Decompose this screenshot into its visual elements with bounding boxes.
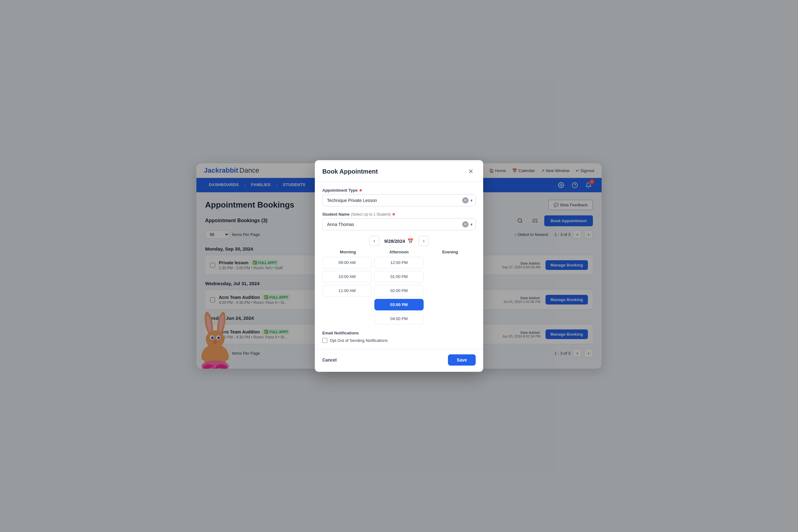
close-icon: ✕ <box>468 168 474 175</box>
appointment-type-label: Appointment Type ★ <box>322 188 476 193</box>
time-slot-0400[interactable]: 04:00 PM <box>374 313 424 324</box>
opt-out-label: Opt Out of Sending Notifications <box>330 338 388 343</box>
book-appointment-modal: Book Appointment ✕ Appointment Type ★ Te… <box>315 160 483 372</box>
evening-header: Evening <box>424 250 476 254</box>
modal-header: Book Appointment ✕ <box>315 160 483 182</box>
opt-out-row: Opt Out of Sending Notifications <box>322 338 476 343</box>
appointment-type-select[interactable]: Technique Private Lesson <box>322 194 476 206</box>
email-notifications-section: Email Notifications Opt Out of Sending N… <box>322 331 476 343</box>
calendar-icon[interactable]: 📅 <box>407 238 414 244</box>
evening-empty-2 <box>426 271 476 282</box>
time-slot-0900[interactable]: 09:00 AM <box>322 257 372 268</box>
save-button[interactable]: Save <box>448 354 476 365</box>
required-star-2: ★ <box>392 212 396 216</box>
chevron-down-icon[interactable]: ▾ <box>470 198 473 203</box>
prev-date-button[interactable]: ‹ <box>369 236 379 246</box>
modal-body: Appointment Type ★ Technique Private Les… <box>315 182 483 349</box>
evening-empty-1 <box>426 257 476 268</box>
student-select-icons: ✕ ▾ <box>462 221 473 228</box>
morning-header: Morning <box>322 250 374 254</box>
modal-footer: Cancel Save <box>315 349 483 372</box>
evening-empty-4 <box>426 299 476 310</box>
student-name-wrapper: Anna Thomas ✕ ▾ <box>322 218 476 230</box>
time-slot-1200[interactable]: 12:00 PM <box>374 257 424 268</box>
evening-empty-5 <box>426 313 476 324</box>
evening-empty-3 <box>426 285 476 297</box>
time-slots-header: Morning Afternoon Evening <box>322 250 476 254</box>
modal-close-button[interactable]: ✕ <box>466 167 476 176</box>
date-display: 9/28/2024 📅 <box>384 238 414 244</box>
morning-empty-4 <box>322 299 372 310</box>
time-slots-grid: 09:00 AM 12:00 PM 10:00 AM 01:00 PM 11:0… <box>322 257 476 324</box>
appointment-type-wrapper: Technique Private Lesson ✕ ▾ <box>322 194 476 206</box>
time-slot-0300[interactable]: 03:00 PM <box>374 299 424 310</box>
time-slot-1100[interactable]: 11:00 AM <box>322 285 372 297</box>
required-star: ★ <box>359 188 363 193</box>
time-slot-0100[interactable]: 01:00 PM <box>374 271 424 282</box>
afternoon-header: Afternoon <box>374 250 424 254</box>
student-name-select[interactable]: Anna Thomas <box>322 218 476 230</box>
date-text: 9/28/2024 <box>384 239 405 244</box>
student-chevron-down-icon[interactable]: ▾ <box>470 222 473 227</box>
email-notifications-label: Email Notifications <box>322 331 476 335</box>
morning-empty-5 <box>322 313 372 324</box>
student-clear-icon[interactable]: ✕ <box>462 221 469 228</box>
cancel-button[interactable]: Cancel <box>322 358 337 362</box>
time-slot-1000[interactable]: 10:00 AM <box>322 271 372 282</box>
student-name-label: Student Name (Select Up to 1 Student) ★ <box>322 212 476 216</box>
date-nav: ‹ 9/28/2024 📅 › <box>322 236 476 246</box>
appointment-type-group: Appointment Type ★ Technique Private Les… <box>322 188 476 206</box>
next-date-button[interactable]: › <box>419 236 429 246</box>
clear-icon[interactable]: ✕ <box>462 197 469 204</box>
modal-overlay: Book Appointment ✕ Appointment Type ★ Te… <box>0 0 798 532</box>
modal-title: Book Appointment <box>322 168 378 175</box>
time-slot-0200[interactable]: 02:00 PM <box>374 285 424 297</box>
select-icons: ✕ ▾ <box>462 197 473 204</box>
opt-out-checkbox[interactable] <box>322 338 327 343</box>
student-name-group: Student Name (Select Up to 1 Student) ★ … <box>322 212 476 230</box>
